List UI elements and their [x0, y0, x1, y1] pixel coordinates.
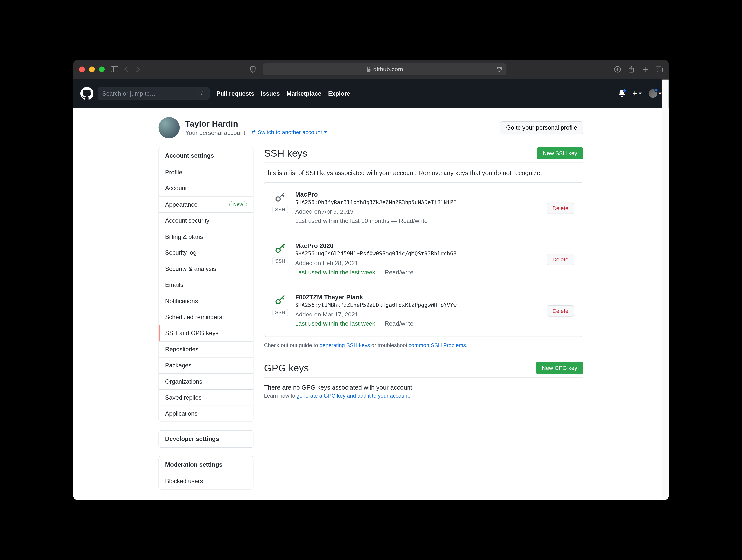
- caret-down-icon: [639, 92, 642, 95]
- account-settings-menu: Account settings ProfileAccountAppearanc…: [159, 147, 254, 422]
- user-menu[interactable]: [649, 89, 661, 98]
- sidebar-item-billing-plans[interactable]: Billing & plans: [159, 229, 253, 245]
- key-fingerprint: SHA256:0b8fyRar311pYh8q3ZkJe6NnZR3hp5uNA…: [295, 199, 539, 205]
- lock-icon: [366, 67, 371, 72]
- developer-settings-menu[interactable]: Developer settings: [159, 431, 254, 448]
- key-last-used: Last used within the last week — Read/wr…: [295, 319, 539, 328]
- key-name: MacPro: [295, 191, 539, 198]
- ssh-key-item: SSH F002TZM Thayer Plank SHA256:ytUMBhkP…: [264, 285, 583, 337]
- generating-ssh-keys-link[interactable]: generating SSH keys: [320, 342, 370, 348]
- create-new-dropdown[interactable]: [632, 91, 642, 96]
- ssh-section-header: SSH keys New SSH key: [264, 147, 583, 163]
- delete-key-button[interactable]: Delete: [547, 254, 574, 265]
- sidebar-item-security-analysis[interactable]: Security & analysis: [159, 261, 253, 277]
- profile-header: Taylor Hardin Your personal account Swit…: [159, 117, 583, 138]
- nav-issues[interactable]: Issues: [261, 90, 280, 97]
- key-last-used: Last used within the last 10 months — Re…: [295, 216, 539, 225]
- search-placeholder: Search or jump to…: [102, 90, 156, 97]
- key-icon: [274, 294, 286, 306]
- main-content: SSH keys New SSH key This is a list of S…: [264, 147, 583, 412]
- delete-key-button[interactable]: Delete: [547, 305, 574, 317]
- svg-rect-3: [367, 69, 370, 72]
- reload-icon[interactable]: [496, 66, 502, 73]
- new-badge: New: [229, 201, 247, 208]
- ssh-title: SSH keys: [264, 148, 307, 159]
- switch-icon: [251, 129, 256, 135]
- ssh-keys-list: SSH MacPro SHA256:0b8fyRar311pYh8q3ZkJe6…: [264, 182, 583, 337]
- maximize-window-button[interactable]: [99, 66, 105, 72]
- nav-pull-requests[interactable]: Pull requests: [216, 90, 254, 97]
- key-fingerprint: SHA256:ugCs6l2459H1+PsfOw0SSmg0Jic/gMQSt…: [295, 250, 539, 257]
- sidebar-item-scheduled-reminders[interactable]: Scheduled reminders: [159, 309, 253, 325]
- gpg-learn-hint: Learn how to generate a GPG key and add …: [264, 393, 583, 399]
- generate-gpg-key-link[interactable]: generate a GPG key and add it to your ac…: [297, 393, 409, 399]
- new-tab-icon[interactable]: [641, 65, 649, 73]
- nav-forward-icon[interactable]: [134, 65, 142, 73]
- tabs-overview-icon[interactable]: [655, 65, 663, 73]
- svg-point-11: [276, 197, 280, 201]
- go-to-profile-button[interactable]: Go to your personal profile: [500, 121, 583, 134]
- key-fingerprint: SHA256:ytUMBhkPzZLheP59aUDkHga0FdxKIZPpg…: [295, 302, 539, 308]
- sidebar-item-notifications[interactable]: Notifications: [159, 293, 253, 309]
- nav-back-icon[interactable]: [122, 65, 130, 73]
- delete-key-button[interactable]: Delete: [547, 203, 574, 214]
- svg-rect-10: [657, 68, 662, 72]
- profile-avatar[interactable]: [159, 117, 180, 138]
- sidebar-item-ssh-and-gpg-keys[interactable]: SSH and GPG keys: [159, 325, 253, 342]
- window-controls: [79, 66, 105, 72]
- url-bar[interactable]: github.com: [263, 63, 506, 75]
- key-body: MacPro SHA256:0b8fyRar311pYh8q3ZkJe6NnZR…: [295, 191, 539, 225]
- ssh-guide-hint: Check out our guide to generating SSH ke…: [264, 342, 583, 348]
- shield-icon[interactable]: [249, 65, 257, 73]
- sidebar-item-security-log[interactable]: Security log: [159, 245, 253, 261]
- switch-account-link[interactable]: Switch to another account: [251, 129, 327, 135]
- notifications-icon[interactable]: [618, 90, 625, 97]
- sidebar-item-saved-replies[interactable]: Saved replies: [159, 390, 253, 406]
- key-icon-column: SSH: [273, 191, 287, 214]
- key-added: Added on Mar 17, 2021: [295, 310, 539, 319]
- close-window-button[interactable]: [79, 66, 85, 72]
- key-type-badge: SSH: [273, 206, 288, 214]
- key-body: MacPro 2020 SHA256:ugCs6l2459H1+PsfOw0SS…: [295, 242, 539, 277]
- sidebar-item-account-security[interactable]: Account security: [159, 213, 253, 229]
- ssh-key-item: SSH MacPro SHA256:0b8fyRar311pYh8q3ZkJe6…: [264, 183, 583, 234]
- url-host: github.com: [373, 66, 403, 73]
- key-added: Added on Apr 9, 2019: [295, 207, 539, 216]
- new-ssh-key-button[interactable]: New SSH key: [537, 147, 583, 160]
- sidebar-item-profile[interactable]: Profile: [159, 164, 253, 180]
- sidebar-item-applications[interactable]: Applications: [159, 406, 253, 422]
- common-ssh-problems-link[interactable]: common SSH Problems: [409, 342, 466, 348]
- global-search-input[interactable]: Search or jump to… /: [98, 87, 210, 100]
- notification-dot: [623, 89, 626, 92]
- sidebar-item-blocked-users[interactable]: Blocked users: [159, 473, 253, 489]
- downloads-icon[interactable]: [614, 65, 621, 73]
- svg-rect-0: [111, 66, 118, 72]
- profile-name: Taylor Hardin: [186, 119, 327, 129]
- profile-subtitle: Your personal account: [186, 129, 245, 136]
- moderation-settings-menu: Moderation settings Blocked users: [159, 456, 254, 489]
- github-logo-icon[interactable]: [81, 87, 93, 100]
- sidebar-toggle-icon[interactable]: [111, 65, 118, 73]
- nav-marketplace[interactable]: Marketplace: [286, 90, 321, 97]
- menu-header-developer: Developer settings: [159, 431, 253, 448]
- minimize-window-button[interactable]: [89, 66, 95, 72]
- sidebar-item-appearance[interactable]: AppearanceNew: [159, 197, 253, 213]
- key-icon-column: SSH: [273, 294, 287, 316]
- browser-window: github.com: [73, 60, 669, 500]
- svg-point-12: [276, 248, 280, 253]
- new-gpg-key-button[interactable]: New GPG key: [536, 362, 583, 374]
- sidebar-item-organizations[interactable]: Organizations: [159, 374, 253, 390]
- scrollbar[interactable]: [662, 80, 669, 499]
- search-hotkey-badge: /: [198, 90, 205, 97]
- sidebar-item-emails[interactable]: Emails: [159, 277, 253, 293]
- sidebar-item-account[interactable]: Account: [159, 180, 253, 197]
- sidebar-item-repositories[interactable]: Repositories: [159, 342, 253, 358]
- menu-header-account: Account settings: [159, 147, 253, 164]
- page-viewport: Search or jump to… / Pull requests Issue…: [73, 79, 669, 500]
- sidebar-item-packages[interactable]: Packages: [159, 357, 253, 374]
- ssh-description: This is a list of SSH keys associated wi…: [264, 170, 583, 177]
- menu-header-moderation: Moderation settings: [159, 456, 253, 473]
- gpg-title: GPG keys: [264, 362, 309, 374]
- nav-explore[interactable]: Explore: [328, 90, 350, 97]
- share-icon[interactable]: [628, 65, 635, 73]
